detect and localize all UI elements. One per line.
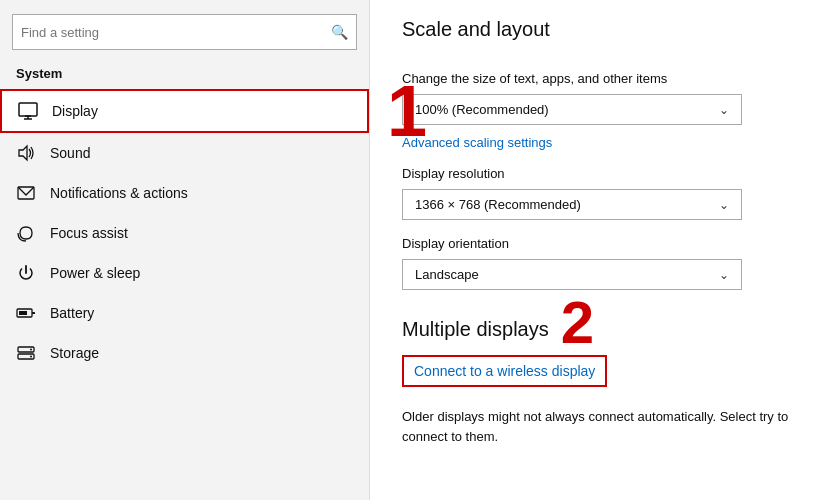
sidebar-item-battery-label: Battery (50, 305, 94, 321)
sidebar-item-notifications[interactable]: Notifications & actions (0, 173, 369, 213)
storage-icon (16, 343, 36, 363)
battery-icon (16, 303, 36, 323)
svg-marker-4 (19, 146, 27, 160)
wireless-display-link[interactable]: Connect to a wireless display (414, 363, 595, 379)
orientation-label: Display orientation (402, 236, 808, 251)
sidebar-item-power[interactable]: Power & sleep (0, 253, 369, 293)
main-content: Scale and layout Change the size of text… (370, 0, 840, 500)
svg-rect-0 (19, 103, 37, 116)
svg-rect-8 (19, 311, 27, 315)
orientation-chevron-icon: ⌄ (719, 268, 729, 282)
focus-icon (16, 223, 36, 243)
resolution-chevron-icon: ⌄ (719, 198, 729, 212)
wireless-display-box: Connect to a wireless display (402, 355, 607, 387)
sidebar-item-display[interactable]: Display 1 (0, 89, 369, 133)
sidebar-item-focus-label: Focus assist (50, 225, 128, 241)
resolution-value: 1366 × 768 (Recommended) (415, 197, 581, 212)
section-title: Scale and layout (402, 0, 808, 55)
sidebar-item-focus[interactable]: Focus assist (0, 213, 369, 253)
svg-point-12 (30, 356, 32, 358)
orientation-value: Landscape (415, 267, 479, 282)
svg-rect-7 (32, 312, 35, 314)
search-box[interactable]: 🔍 (12, 14, 357, 50)
notifications-icon (16, 183, 36, 203)
nav-items: Display 1 Sound Notifications & (0, 89, 369, 373)
resolution-dropdown[interactable]: 1366 × 768 (Recommended) ⌄ (402, 189, 742, 220)
sidebar-item-sound[interactable]: Sound (0, 133, 369, 173)
sidebar-item-storage-label: Storage (50, 345, 99, 361)
display-icon (18, 101, 38, 121)
orientation-dropdown[interactable]: Landscape ⌄ (402, 259, 742, 290)
badge-2: 2 (561, 293, 594, 353)
sound-icon (16, 143, 36, 163)
sidebar-item-power-label: Power & sleep (50, 265, 140, 281)
search-icon: 🔍 (331, 24, 348, 40)
multiple-displays-title: Multiple displays (402, 318, 549, 341)
scale-value: 100% (Recommended) (415, 102, 549, 117)
sidebar-item-sound-label: Sound (50, 145, 90, 161)
sidebar-item-battery[interactable]: Battery (0, 293, 369, 333)
system-label: System (0, 60, 369, 89)
sidebar-item-storage[interactable]: Storage (0, 333, 369, 373)
advanced-scaling-link[interactable]: Advanced scaling settings (402, 135, 552, 150)
resolution-label: Display resolution (402, 166, 808, 181)
sidebar: 🔍 System Display 1 (0, 0, 370, 500)
footer-text: Older displays might not always connect … (402, 407, 808, 446)
svg-point-11 (30, 349, 32, 351)
power-icon (16, 263, 36, 283)
sidebar-item-notifications-label: Notifications & actions (50, 185, 188, 201)
search-input[interactable] (21, 25, 331, 40)
scale-label: Change the size of text, apps, and other… (402, 71, 808, 86)
multiple-displays-header: Multiple displays 2 (402, 290, 808, 355)
sidebar-item-display-label: Display (52, 103, 98, 119)
scale-dropdown[interactable]: 100% (Recommended) ⌄ (402, 94, 742, 125)
search-box-wrapper: 🔍 (0, 0, 369, 60)
scale-chevron-icon: ⌄ (719, 103, 729, 117)
